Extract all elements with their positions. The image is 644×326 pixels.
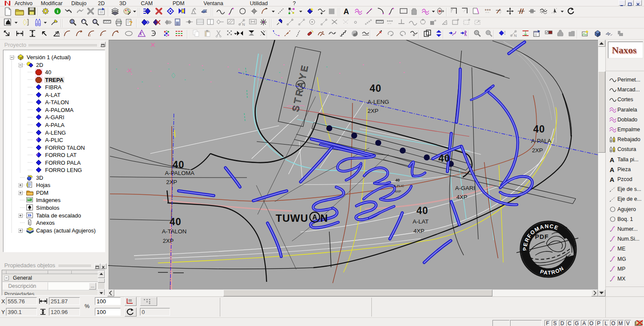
svg-text:2XP: 2XP — [163, 238, 174, 244]
svg-text:40: 40 — [395, 178, 400, 182]
svg-text:i: i — [57, 9, 58, 14]
svg-text:40: 40 — [370, 83, 382, 94]
svg-text:4XP: 4XP — [413, 228, 425, 234]
svg-text:A-PALOMA: A-PALOMA — [165, 170, 194, 176]
svg-text:4XP: 4XP — [395, 190, 401, 193]
svg-text:40: 40 — [173, 159, 185, 170]
svg-text:N: N — [242, 22, 245, 27]
svg-text:A-PLIC: A-PLIC — [394, 184, 404, 188]
svg-text:A: A — [343, 7, 349, 16]
svg-text:40: 40 — [416, 205, 428, 216]
svg-text:A: A — [610, 157, 614, 163]
svg-text:A-LENG: A-LENG — [368, 99, 389, 105]
svg-text:2XP: 2XP — [368, 108, 379, 114]
svg-text:40: 40 — [533, 124, 545, 135]
svg-text:40: 40 — [170, 216, 182, 227]
svg-text:2XP: 2XP — [166, 179, 177, 185]
svg-text:A: A — [610, 166, 614, 172]
svg-text:40: 40 — [438, 153, 450, 164]
svg-text:?: ? — [129, 20, 133, 26]
svg-text:A-GARI: A-GARI — [455, 185, 475, 191]
svg-text:N: N — [514, 33, 517, 38]
svg-text:4XP: 4XP — [456, 194, 468, 200]
svg-text:PDF: PDF — [535, 233, 549, 240]
svg-text:2XP: 2XP — [532, 147, 543, 154]
svg-text:A: A — [610, 176, 614, 182]
svg-text:A-LAT: A-LAT — [413, 218, 428, 225]
svg-text:A-TALON: A-TALON — [162, 228, 187, 235]
svg-text:N: N — [320, 212, 328, 224]
svg-text:A-PALA: A-PALA — [531, 138, 551, 144]
svg-text:A: A — [312, 214, 317, 221]
svg-text:TUWU: TUWU — [276, 212, 308, 224]
